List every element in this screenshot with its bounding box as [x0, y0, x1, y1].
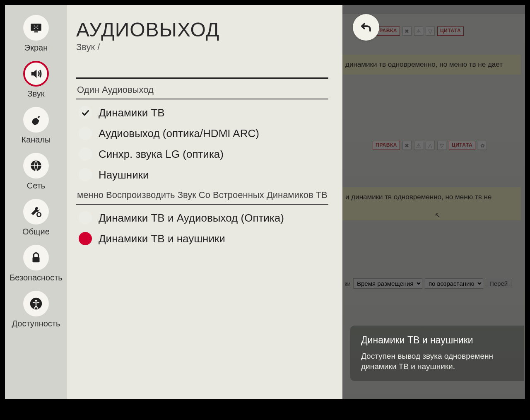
svg-rect-10 [33, 257, 40, 263]
svg-point-5 [34, 28, 35, 29]
group-label-single: Один Аудиовыход [76, 84, 328, 99]
option-group-simultaneous: Динамики ТВ и Аудиовыход (Оптика) Динами… [76, 211, 328, 245]
svg-point-6 [37, 28, 38, 29]
back-arrow-icon [359, 20, 373, 34]
svg-point-9 [37, 212, 41, 216]
option-label: Динамики ТВ и Аудиовыход (Оптика) [99, 212, 284, 224]
radio-highlighted-icon [79, 232, 92, 245]
help-tooltip: Динамики ТВ и наушники Доступен вывод зв… [350, 326, 524, 381]
svg-rect-1 [34, 31, 38, 33]
sidebar-item-label: Общие [22, 227, 50, 237]
accessibility-icon [23, 291, 49, 316]
radio-icon [79, 147, 92, 161]
tooltip-title: Динамики ТВ и наушники [361, 335, 515, 346]
option-label: Наушники [99, 169, 149, 181]
sidebar-item-sound[interactable]: Звук [5, 58, 67, 103]
settings-panel: АУДИОВЫХОД Звук / Один Аудиовыход Динами… [67, 5, 342, 399]
sidebar-item-label: Каналы [22, 135, 51, 145]
sidebar-item-label: Сеть [27, 181, 45, 191]
sidebar-item-channels[interactable]: Каналы [5, 104, 67, 149]
option-headphones[interactable]: Наушники [76, 168, 328, 181]
radio-icon [79, 127, 92, 140]
option-label: Аудиовыход (оптика/HDMI ARC) [99, 127, 259, 140]
option-tv-and-optical[interactable]: Динамики ТВ и Аудиовыход (Оптика) [76, 211, 328, 224]
option-tv-and-headphones[interactable]: Динамики ТВ и наушники [76, 232, 328, 245]
svg-point-12 [35, 300, 37, 302]
option-label: Динамики ТВ [99, 106, 165, 119]
radio-checked-icon [79, 106, 92, 119]
wrench-gear-icon [23, 199, 49, 224]
radio-icon [79, 168, 92, 181]
settings-overlay: Экран Звук Каналы Сеть [5, 5, 342, 399]
screen-icon [23, 15, 49, 41]
option-label: Синхр. звука LG (оптика) [99, 148, 224, 161]
sidebar-item-accessibility[interactable]: Доступность [5, 288, 67, 333]
option-optical-hdmi[interactable]: Аудиовыход (оптика/HDMI ARC) [76, 127, 328, 140]
group-label-simultaneous: менно Воспроизводить Звук Со Встроенных … [76, 190, 328, 205]
sidebar-item-screen[interactable]: Экран [5, 12, 67, 57]
sidebar-item-label: Экран [24, 43, 48, 53]
settings-sidebar: Экран Звук Каналы Сеть [5, 5, 67, 399]
option-lg-sync[interactable]: Синхр. звука LG (оптика) [76, 147, 328, 161]
svg-point-3 [34, 26, 35, 27]
option-tv-speakers[interactable]: Динамики ТВ [76, 106, 328, 119]
sidebar-item-label: Безопасность [10, 273, 63, 282]
svg-point-4 [37, 26, 38, 27]
sidebar-item-label: Доступность [12, 319, 60, 328]
lock-icon [23, 245, 49, 270]
sound-icon [23, 61, 49, 87]
page-title: АУДИОВЫХОД [76, 18, 328, 41]
back-button[interactable] [353, 14, 379, 41]
globe-icon [23, 153, 49, 179]
svg-point-2 [36, 27, 37, 28]
radio-icon [79, 211, 92, 224]
sidebar-item-network[interactable]: Сеть [5, 150, 67, 195]
sidebar-item-general[interactable]: Общие [5, 196, 67, 241]
sidebar-item-security[interactable]: Безопасность [5, 242, 67, 287]
tooltip-body: Доступен вывод звука одновременн динамик… [361, 351, 515, 372]
sidebar-item-label: Звук [27, 89, 44, 99]
satellite-icon [23, 107, 49, 133]
divider [76, 77, 328, 79]
breadcrumb: Звук / [76, 42, 328, 53]
option-group-single: Динамики ТВ Аудиовыход (оптика/HDMI ARC)… [76, 106, 328, 181]
option-label: Динамики ТВ и наушники [99, 232, 225, 245]
